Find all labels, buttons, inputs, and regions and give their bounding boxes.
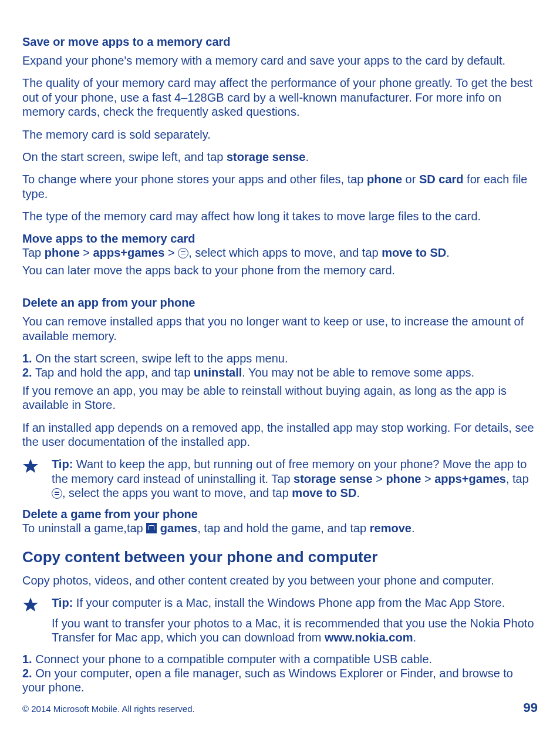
ui-term-storage-sense: storage sense [294, 472, 373, 485]
body-text: The memory card is sold separately. [22, 127, 538, 142]
text: On the start screen, swipe left to the a… [32, 352, 288, 365]
text: , select the apps you want to move, and … [62, 486, 292, 499]
url-nokia: www.nokia.com [325, 631, 413, 644]
ui-term-phone: phone [367, 173, 402, 186]
ui-term-apps-games: apps+games [434, 472, 506, 485]
copyright: © 2014 Microsoft Mobile. All rights rese… [22, 704, 195, 714]
text: > [164, 246, 178, 259]
tip-star-icon [22, 596, 52, 613]
tip-star-icon [22, 457, 52, 475]
select-icon [52, 488, 62, 499]
heading-delete-game: Delete a game from your phone [22, 508, 538, 521]
ui-term-storage-sense: storage sense [227, 150, 306, 163]
text: . [411, 522, 415, 535]
text: > [80, 246, 93, 259]
text: To uninstall a game,tap [22, 522, 146, 535]
list-number: 1. [22, 653, 32, 666]
text: . You may not be able to remove some app… [242, 366, 474, 379]
page-footer: © 2014 Microsoft Mobile. All rights rese… [22, 700, 538, 716]
tip-body: Tip: Want to keep the app, but running o… [52, 457, 538, 500]
svg-marker-0 [23, 459, 38, 473]
list-item: 2. On your computer, open a file manager… [22, 666, 538, 695]
text: Connect your phone to a compatible compu… [32, 653, 432, 666]
text: . [356, 486, 360, 499]
ui-term-phone: phone [386, 472, 421, 485]
list-number: 2. [22, 667, 32, 680]
heading-move-apps: Move apps to the memory card [22, 232, 538, 246]
ui-term-move-to-sd: move to SD [292, 486, 356, 499]
body-text: If an installed app depends on a removed… [22, 421, 538, 449]
ui-term-games: games [160, 522, 197, 535]
body-text: To uninstall a game,tap games, tap and h… [22, 521, 538, 535]
text: , tap and hold the game, and tap [197, 522, 370, 535]
text: . [446, 246, 450, 259]
body-text: To change where your phone stores your a… [22, 172, 538, 201]
body-text: Expand your phone's memory with a memory… [22, 53, 538, 68]
body-text: Copy photos, videos, and other content c… [22, 573, 538, 587]
text: or [402, 173, 419, 186]
text: On your computer, open a file manager, s… [22, 667, 513, 694]
page-number: 99 [524, 700, 538, 716]
ui-term-apps-games: apps+games [93, 246, 165, 259]
text: To change where your phone stores your a… [22, 173, 367, 186]
body-text: Tap phone > apps+games > , select which … [22, 246, 538, 260]
tip-block: Tip: If your computer is a Mac, install … [22, 596, 538, 644]
heading-save-move: Save or move apps to a memory card [22, 35, 538, 49]
body-text: The type of the memory card may affect h… [22, 209, 538, 223]
games-icon [146, 523, 157, 533]
ui-term-move-to-sd: move to SD [382, 246, 446, 259]
text: > [373, 472, 386, 485]
text: Tap and hold the app, and tap [32, 366, 194, 379]
tip-block: Tip: Want to keep the app, but running o… [22, 457, 538, 500]
ui-term-sd-card: SD card [419, 173, 464, 186]
tip-label: Tip: [52, 458, 73, 471]
list-item: 2. Tap and hold the app, and tap uninsta… [22, 365, 538, 379]
heading-delete-app: Delete an app from your phone [22, 296, 538, 310]
body-text: You can remove installed apps that you n… [22, 314, 538, 343]
body-text: If you remove an app, you may be able to… [22, 384, 538, 412]
text: , select which apps to move, and tap [188, 246, 382, 259]
tip-body: Tip: If your computer is a Mac, install … [52, 596, 538, 644]
text: > [421, 472, 434, 485]
body-text: On the start screen, swipe left, and tap… [22, 150, 538, 164]
ui-term-uninstall: uninstall [194, 366, 242, 379]
text: Tap [22, 246, 45, 259]
text: On the start screen, swipe left, and tap [22, 150, 227, 163]
list-item: 1. On the start screen, swipe left to th… [22, 351, 538, 365]
ui-term-phone: phone [45, 246, 80, 259]
text: If your computer is a Mac, install the W… [73, 596, 505, 609]
svg-marker-1 [23, 598, 38, 612]
page: Save or move apps to a memory card Expan… [0, 0, 560, 739]
text: . [413, 631, 416, 644]
body-text: The quality of your memory card may affe… [22, 76, 538, 119]
body-text: You can later move the apps back to your… [22, 263, 538, 277]
ui-term-remove: remove [370, 522, 411, 535]
heading-copy-content: Copy content between your phone and comp… [22, 548, 538, 566]
text: . [305, 150, 309, 163]
text: , tap [506, 472, 529, 485]
text: If you want to transfer your photos to a… [52, 617, 534, 644]
list-number: 1. [22, 352, 32, 365]
select-icon [178, 248, 188, 258]
list-item: 1. Connect your phone to a compatible co… [22, 652, 538, 666]
list-number: 2. [22, 366, 32, 379]
tip-label: Tip: [52, 596, 73, 609]
